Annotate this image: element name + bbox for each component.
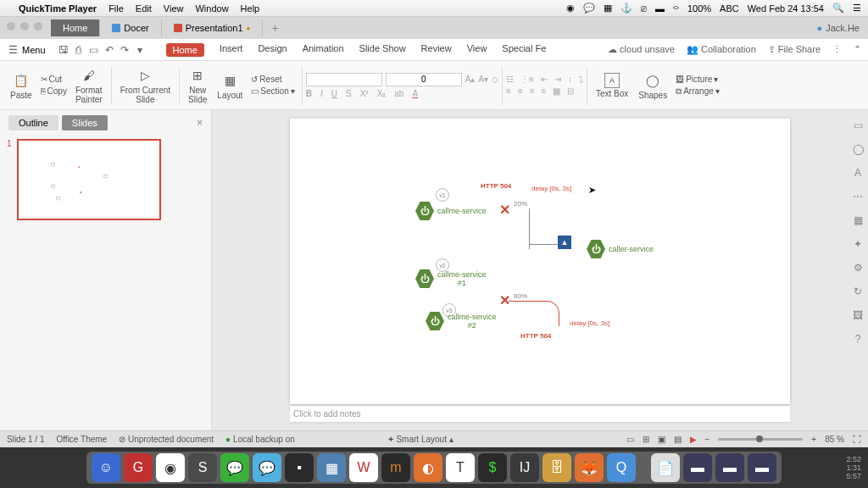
clear-format-icon[interactable]: ◇ (492, 75, 498, 84)
control-center-icon[interactable]: ☰ (853, 3, 861, 14)
align-center-button[interactable]: ≡ (518, 86, 523, 96)
app-name[interactable]: QuickTime Player (19, 3, 97, 14)
layout-button[interactable]: ▦ Layout (212, 71, 248, 100)
increase-indent-button[interactable]: ⇥ (554, 75, 561, 84)
textedit-icon[interactable]: T (446, 453, 475, 482)
align-left-button[interactable]: ≡ (506, 86, 511, 96)
notes-placeholder[interactable]: Click to add notes (290, 406, 790, 422)
cut-button[interactable]: ✂Cut (37, 74, 70, 85)
window3-icon[interactable]: ▬ (748, 453, 776, 482)
app2-icon[interactable]: ▦ (317, 453, 346, 482)
bullets-button[interactable]: ☷ (506, 75, 514, 84)
new-tab-button[interactable]: + (263, 21, 287, 35)
slides-tab[interactable]: Slides (62, 115, 108, 130)
view-sorter-icon[interactable]: ⊞ (643, 435, 649, 444)
iterm-icon[interactable]: $ (478, 453, 507, 482)
battery-tray-icon[interactable]: ▬ (655, 3, 665, 14)
app3-icon[interactable]: m (381, 453, 410, 482)
ribbon-tab-animation[interactable]: Animation (303, 43, 344, 57)
zoom-in-button[interactable]: + (811, 435, 816, 444)
text-panel-icon[interactable]: A (851, 166, 865, 180)
wechat-icon[interactable]: 💬 (220, 453, 249, 482)
bold-button[interactable]: B (306, 89, 312, 98)
ribbon-tab-review[interactable]: Review (421, 43, 452, 57)
record-icon[interactable]: ◉ (566, 3, 575, 14)
shapes-panel-icon[interactable]: ◯ (851, 142, 865, 156)
menu-help[interactable]: Help (241, 3, 260, 14)
template-icon[interactable]: ▦ (851, 214, 865, 227)
terminal-icon[interactable]: ▪ (285, 453, 314, 482)
outline-tab[interactable]: Outline (8, 115, 58, 130)
ribbon-tab-insert[interactable]: Insert (220, 43, 243, 57)
hamburger-icon[interactable]: ☰ (7, 44, 19, 56)
format-painter-button[interactable]: 🖌 Format Painter (70, 66, 108, 104)
wechat-tray-icon[interactable]: 💬 (583, 3, 595, 14)
app1-icon[interactable]: G (124, 453, 153, 482)
ribbon-tab-special[interactable]: Special Fe (502, 43, 546, 57)
firefox-icon[interactable]: 🦊 (575, 453, 604, 482)
backup-status[interactable]: ● Local backup on (225, 435, 295, 444)
intellij-icon[interactable]: IJ (510, 453, 539, 482)
play-slideshow-icon[interactable]: ▶ (690, 435, 697, 444)
chrome-icon[interactable]: ◉ (156, 453, 185, 482)
underline-button[interactable]: U (331, 89, 337, 98)
sublime-icon[interactable]: S (188, 453, 217, 482)
view-normal-icon[interactable]: ▭ (626, 435, 634, 444)
text-box-button[interactable]: A Text Box (591, 73, 633, 98)
menu-view[interactable]: View (164, 3, 184, 14)
italic-button[interactable]: I (320, 89, 323, 98)
paste-button[interactable]: 📋 Paste (5, 71, 37, 100)
new-slide-button[interactable]: ⊞ New Slide (183, 66, 212, 104)
object-icon[interactable]: ▭ (851, 119, 865, 132)
menu-window[interactable]: Window (195, 3, 228, 14)
highlight-button[interactable]: ab (394, 89, 403, 98)
spotlight-icon[interactable]: 🔍 (832, 3, 844, 14)
vert-align-button[interactable]: ⊟ (567, 86, 574, 96)
ribbon-more-icon[interactable]: ⋮ (832, 44, 842, 55)
help-icon[interactable]: ? (851, 332, 865, 346)
zoom-level[interactable]: 85 % (825, 435, 844, 444)
undo-icon[interactable]: ↶ (103, 44, 115, 56)
view-reading-icon[interactable]: ▣ (658, 435, 665, 444)
tab-presentation[interactable]: Presentation1● (162, 19, 264, 36)
decrease-indent-button[interactable]: ⇤ (541, 75, 548, 84)
history-icon[interactable]: ↻ (851, 285, 865, 298)
font-family-input[interactable] (306, 73, 382, 86)
window1-icon[interactable]: ▬ (683, 453, 712, 482)
image-panel-icon[interactable]: 🖼 (851, 308, 865, 322)
section-button[interactable]: ▭Section ▾ (248, 86, 298, 97)
preview-icon[interactable]: ▭ (88, 44, 100, 56)
wifi-icon[interactable]: ⌔ (673, 3, 679, 14)
dropdown-icon[interactable]: ▾ (134, 44, 146, 56)
fit-icon[interactable]: ⛶ (853, 435, 861, 444)
ime-label[interactable]: ABC (720, 3, 739, 14)
window-controls[interactable] (7, 22, 42, 30)
font-size-input[interactable] (386, 73, 462, 86)
more-icon[interactable]: ⋯ (851, 190, 865, 203)
tab-docer[interactable]: Docer (100, 19, 161, 36)
print-icon[interactable]: ⎙ (73, 44, 85, 56)
shapes-button[interactable]: ◯ Shapes (633, 71, 672, 100)
decrease-font-icon[interactable]: A▾ (478, 75, 488, 84)
save-icon[interactable]: 🖫 (58, 44, 70, 56)
menu-edit[interactable]: Edit (136, 3, 152, 14)
db-icon[interactable]: 🗄 (542, 453, 571, 482)
tab-home[interactable]: Home (51, 19, 100, 36)
ribbon-tab-view[interactable]: View (467, 43, 487, 57)
doc-protection[interactable]: ⊘ Unprotected document (119, 435, 214, 444)
user-badge[interactable]: ●Jack.He (817, 23, 860, 33)
numbering-button[interactable]: ⋮≡ (520, 75, 534, 84)
collaboration[interactable]: 👥 Collaboration (687, 44, 756, 55)
redo-icon[interactable]: ↷ (119, 44, 131, 56)
window2-icon[interactable]: ▬ (715, 453, 744, 482)
ribbon-tab-home[interactable]: Home (166, 43, 204, 57)
docker-tray-icon[interactable]: ⚓ (620, 3, 632, 14)
from-current-slide-button[interactable]: ▷ From Current Slide (115, 66, 175, 104)
picture-button[interactable]: 🖼Picture ▾ (672, 74, 723, 85)
wps-icon[interactable]: W (349, 453, 378, 482)
menu-file[interactable]: File (108, 3, 124, 14)
slide-canvas[interactable]: HTTP 504 delay [0s, 3s] v1 ⏻ callme-serv… (290, 119, 790, 404)
text-direction-button[interactable]: ⤵ (579, 75, 583, 84)
reset-button[interactable]: ↺Reset (248, 74, 298, 85)
line-spacing-button[interactable]: ↕ (568, 75, 572, 84)
